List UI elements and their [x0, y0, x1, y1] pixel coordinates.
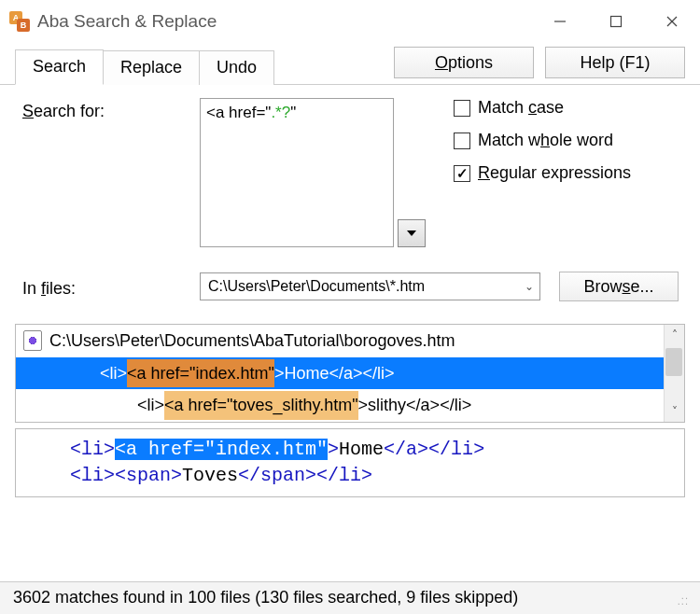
preview-pane[interactable]: <li><a href="index.htm">Home</a></li> <l…	[15, 428, 685, 497]
result-row-selected[interactable]: <li><a href="index.htm">Home</a></li>	[16, 357, 684, 390]
checkbox-icon	[454, 100, 470, 117]
file-icon	[23, 330, 42, 351]
tab-undo[interactable]: Undo	[199, 50, 274, 85]
close-button[interactable]	[644, 0, 700, 43]
svg-rect-1	[611, 17, 622, 27]
regex-checkbox[interactable]: Regular expressions	[454, 163, 631, 183]
tab-replace[interactable]: Replace	[103, 50, 200, 85]
status-bar: 3602 matches found in 100 files (130 fil…	[0, 581, 700, 614]
search-for-label: Search for:	[22, 98, 181, 121]
in-files-value: C:\Users\Peter\Documents\*.htm	[208, 278, 425, 295]
chevron-down-icon: ⌄	[525, 280, 534, 293]
minimize-button[interactable]	[532, 0, 588, 43]
options-button[interactable]: Options	[394, 47, 534, 78]
in-files-input[interactable]: C:\Users\Peter\Documents\*.htm ⌄	[200, 272, 540, 300]
app-icon: AB	[9, 11, 30, 32]
scroll-thumb[interactable]	[665, 348, 682, 376]
tab-row: Search Replace Undo Options Help (F1)	[0, 47, 700, 85]
result-file-path: C:\Users\Peter\Documents\AbaTutorial\bor…	[49, 327, 455, 356]
scroll-up-icon[interactable]: ˄	[672, 325, 678, 345]
match-case-checkbox[interactable]: Match case	[454, 98, 631, 118]
chevron-down-icon	[406, 228, 417, 239]
search-input[interactable]: <a href=".*?"	[200, 98, 394, 247]
help-button[interactable]: Help (F1)	[545, 47, 685, 78]
result-row[interactable]: <li><a href="toves_slithy.htm">slithy</a…	[16, 389, 684, 422]
match-whole-word-checkbox[interactable]: Match whole word	[454, 131, 631, 150]
in-files-label: In files:	[22, 275, 181, 299]
svg-marker-4	[407, 230, 416, 236]
scrollbar[interactable]: ˄ ˅	[664, 325, 684, 422]
maximize-button[interactable]	[588, 0, 644, 43]
search-history-dropdown[interactable]	[398, 219, 426, 247]
results-pane: C:\Users\Peter\Documents\AbaTutorial\bor…	[15, 324, 685, 423]
result-file-header[interactable]: C:\Users\Peter\Documents\AbaTutorial\bor…	[16, 325, 684, 357]
checkbox-icon	[454, 133, 470, 149]
browse-button[interactable]: Browse...	[559, 272, 679, 301]
search-form: Search for: <a href=".*?" Match case Mat…	[0, 85, 700, 311]
tab-search[interactable]: Search	[15, 49, 104, 85]
scroll-down-icon[interactable]: ˅	[672, 401, 678, 422]
status-text: 3602 matches found in 100 files (130 fil…	[13, 588, 518, 607]
window-title: Aba Search & Replace	[37, 11, 217, 32]
resize-grip-icon[interactable]: . .. . .	[678, 593, 687, 604]
titlebar: AB Aba Search & Replace	[0, 0, 700, 43]
checkbox-checked-icon	[454, 165, 470, 182]
